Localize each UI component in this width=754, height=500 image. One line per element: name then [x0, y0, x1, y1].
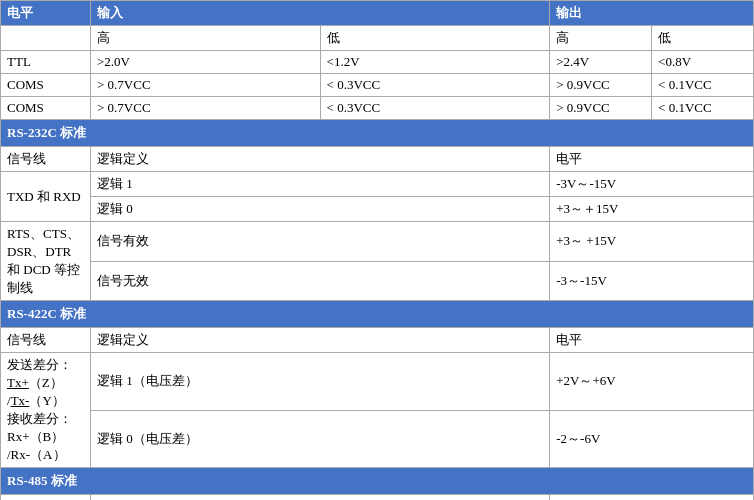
rs485-col-logic: 逻辑定义: [91, 495, 550, 501]
rs422-signal: 发送差分：Tx+（Z） /Tx-（Y） 接收差分： Rx+（B） /Rx-（A）: [1, 353, 91, 468]
col-output-low: 低: [652, 26, 754, 51]
table-row: 信号无效 -3～-15V: [1, 261, 754, 301]
col-output-high: 高: [550, 26, 652, 51]
sub-header-row: 高 低 高 低: [1, 26, 754, 51]
rs232-title: RS-232C 标准: [1, 120, 754, 147]
rs422-section-header: RS-422C 标准: [1, 301, 754, 328]
table-row: TXD 和 RXD 逻辑 1 -3V～-15V: [1, 172, 754, 197]
rs422-level-1: +2V～+6V: [550, 353, 754, 411]
rs422-col-header: 信号线 逻辑定义 电平: [1, 328, 754, 353]
rs485-col-header: 信号线 逻辑定义 电平: [1, 495, 754, 501]
table-row: 逻辑 0（电压差） -2～-6V: [1, 410, 754, 468]
rs232-logic-0: 逻辑 0: [91, 197, 550, 222]
level-coms1: COMS: [1, 74, 91, 97]
table-row: 逻辑 0 +3～＋15V: [1, 197, 754, 222]
rs232-col-header: 信号线 逻辑定义 电平: [1, 147, 754, 172]
level-ttl: TTL: [1, 51, 91, 74]
rs232-signal-rts: RTS、CTS、DSR、DTR 和 DCD 等控制线: [1, 222, 91, 301]
rs232-level-0: +3～＋15V: [550, 197, 754, 222]
rs232-level-invalid: -3～-15V: [550, 261, 754, 301]
rs232-signal-txd-rxd: TXD 和 RXD: [1, 172, 91, 222]
rs422-col-logic: 逻辑定义: [91, 328, 550, 353]
col-empty: [1, 26, 91, 51]
rs232-section-header: RS-232C 标准: [1, 120, 754, 147]
ttl-input-low: <1.2V: [320, 51, 550, 74]
rs422-logic-1: 逻辑 1（电压差）: [91, 353, 550, 411]
table-row: RTS、CTS、DSR、DTR 和 DCD 等控制线 信号有效 +3～ +15V: [1, 222, 754, 262]
table-container: 电平 输入 输出 高 低 高 低 TTL >2.0V <1.2V >2.4V <…: [0, 0, 754, 500]
rs422-level-0: -2～-6V: [550, 410, 754, 468]
coms1-input-low: < 0.3VCC: [320, 74, 550, 97]
rs422-col-level: 电平: [550, 328, 754, 353]
header-level: 电平: [1, 1, 91, 26]
coms2-output-high: > 0.9VCC: [550, 97, 652, 120]
main-header-row: 电平 输入 输出: [1, 1, 754, 26]
coms2-input-high: > 0.7VCC: [91, 97, 321, 120]
rs485-title: RS-485 标准: [1, 468, 754, 495]
table-row: 发送差分：Tx+（Z） /Tx-（Y） 接收差分： Rx+（B） /Rx-（A）…: [1, 353, 754, 411]
rs422-logic-0: 逻辑 0（电压差）: [91, 410, 550, 468]
rs422-col-signal: 信号线: [1, 328, 91, 353]
rs485-col-level: 电平: [550, 495, 754, 501]
coms1-output-high: > 0.9VCC: [550, 74, 652, 97]
coms2-output-low: < 0.1VCC: [652, 97, 754, 120]
rs232-logic-invalid: 信号无效: [91, 261, 550, 301]
level-coms2: COMS: [1, 97, 91, 120]
rs232-col-signal: 信号线: [1, 147, 91, 172]
ttl-output-high: >2.4V: [550, 51, 652, 74]
col-input-high: 高: [91, 26, 321, 51]
rs232-level-valid: +3～ +15V: [550, 222, 754, 262]
coms1-output-low: < 0.1VCC: [652, 74, 754, 97]
rs232-col-level: 电平: [550, 147, 754, 172]
rs232-level-1: -3V～-15V: [550, 172, 754, 197]
header-output: 输出: [550, 1, 754, 26]
table-row: TTL >2.0V <1.2V >2.4V <0.8V: [1, 51, 754, 74]
rs232-logic-valid: 信号有效: [91, 222, 550, 262]
rs485-col-signal: 信号线: [1, 495, 91, 501]
coms2-input-low: < 0.3VCC: [320, 97, 550, 120]
header-input: 输入: [91, 1, 550, 26]
rs485-section-header: RS-485 标准: [1, 468, 754, 495]
rs422-title: RS-422C 标准: [1, 301, 754, 328]
rs232-logic-1: 逻辑 1: [91, 172, 550, 197]
main-table: 电平 输入 输出 高 低 高 低 TTL >2.0V <1.2V >2.4V <…: [0, 0, 754, 500]
ttl-input-high: >2.0V: [91, 51, 321, 74]
table-row: COMS > 0.7VCC < 0.3VCC > 0.9VCC < 0.1VCC: [1, 74, 754, 97]
ttl-output-low: <0.8V: [652, 51, 754, 74]
rs232-col-logic: 逻辑定义: [91, 147, 550, 172]
table-row: COMS > 0.7VCC < 0.3VCC > 0.9VCC < 0.1VCC: [1, 97, 754, 120]
coms1-input-high: > 0.7VCC: [91, 74, 321, 97]
col-input-low: 低: [320, 26, 550, 51]
